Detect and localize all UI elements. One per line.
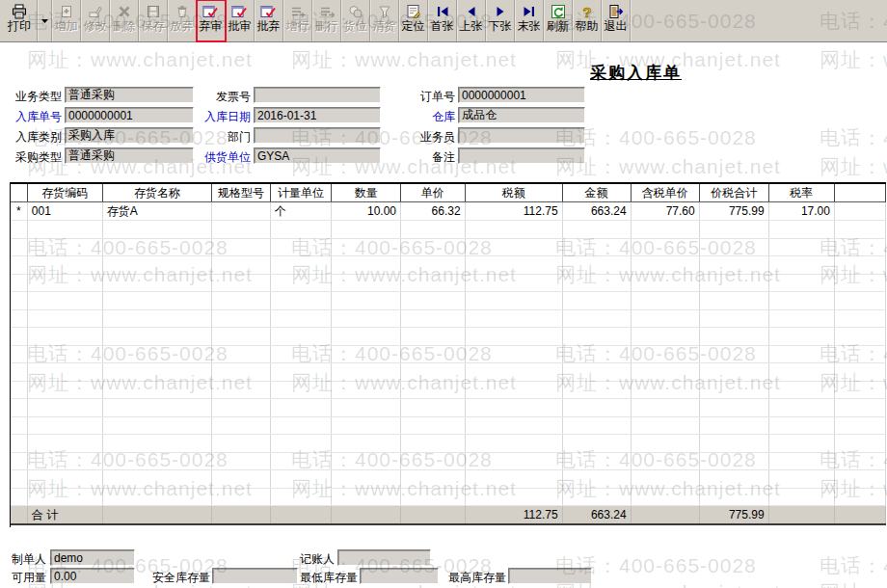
table-cell[interactable]: [834, 309, 885, 328]
table-cell[interactable]: [401, 363, 466, 382]
table-cell[interactable]: [562, 452, 631, 470]
table-empty-row[interactable]: [11, 345, 886, 363]
table-cell[interactable]: [27, 452, 102, 470]
table-cell[interactable]: 112.75: [465, 202, 562, 221]
table-empty-row[interactable]: [11, 452, 886, 470]
table-cell[interactable]: [212, 328, 271, 346]
table-cell[interactable]: [11, 256, 27, 275]
table-cell[interactable]: [562, 328, 631, 346]
table-cell[interactable]: [834, 399, 885, 417]
table-cell[interactable]: [212, 416, 271, 435]
available-qty-field[interactable]: [50, 568, 135, 584]
table-cell[interactable]: [834, 381, 885, 399]
table-empty-row[interactable]: [11, 256, 886, 275]
table-cell[interactable]: [27, 435, 102, 453]
table-cell[interactable]: [11, 488, 27, 506]
toolbar-print-dropdown-button[interactable]: [38, 0, 52, 41]
table-cell[interactable]: [27, 309, 102, 328]
table-cell[interactable]: [332, 328, 401, 346]
table-cell[interactable]: [332, 452, 401, 470]
table-cell[interactable]: [332, 345, 401, 363]
bookkeeper-field[interactable]: [337, 549, 431, 566]
table-cell[interactable]: [631, 292, 699, 310]
table-cell[interactable]: [465, 363, 562, 382]
table-cell[interactable]: [27, 328, 102, 346]
table-cell[interactable]: [834, 363, 885, 382]
table-cell[interactable]: [212, 399, 271, 417]
table-cell[interactable]: [768, 256, 834, 275]
table-cell[interactable]: [401, 435, 466, 453]
table-cell[interactable]: [212, 345, 271, 363]
table-cell[interactable]: [562, 435, 631, 453]
table-cell[interactable]: [699, 399, 768, 417]
table-cell[interactable]: [27, 274, 102, 292]
table-cell[interactable]: [465, 345, 562, 363]
table-cell[interactable]: [562, 399, 631, 417]
table-cell[interactable]: [834, 202, 885, 221]
table-empty-row[interactable]: [11, 435, 886, 453]
table-cell[interactable]: [212, 256, 271, 275]
table-cell[interactable]: 663.24: [562, 202, 631, 221]
table-cell[interactable]: [401, 274, 466, 292]
table-cell[interactable]: [631, 363, 699, 382]
table-cell[interactable]: [270, 399, 331, 417]
table-cell[interactable]: [102, 416, 211, 435]
table-cell[interactable]: 存货A: [102, 202, 211, 221]
table-cell[interactable]: [11, 435, 27, 453]
table-cell[interactable]: [631, 399, 699, 417]
table-empty-row[interactable]: [11, 381, 886, 399]
table-cell[interactable]: [562, 238, 631, 256]
toolbar-first-button[interactable]: 首张: [428, 0, 457, 41]
min-stock-field[interactable]: [360, 568, 439, 584]
table-cell[interactable]: [27, 256, 102, 275]
table-cell[interactable]: [631, 238, 699, 256]
table-cell[interactable]: [699, 488, 768, 506]
table-cell[interactable]: [465, 238, 562, 256]
table-cell[interactable]: [11, 274, 27, 292]
table-cell[interactable]: [212, 274, 271, 292]
table-cell[interactable]: [332, 470, 401, 489]
table-cell[interactable]: [332, 309, 401, 328]
table-cell[interactable]: [270, 274, 331, 292]
table-cell[interactable]: [465, 274, 562, 292]
table-cell[interactable]: [768, 309, 834, 328]
table-cell[interactable]: [631, 416, 699, 435]
table-cell[interactable]: [102, 274, 211, 292]
table-cell[interactable]: [562, 363, 631, 382]
table-cell[interactable]: 775.99: [699, 202, 768, 221]
table-cell[interactable]: [212, 238, 271, 256]
table-empty-row[interactable]: [11, 274, 886, 292]
order-no-field[interactable]: [458, 87, 585, 103]
toolbar-locate-button[interactable]: 定位: [399, 0, 428, 41]
table-cell[interactable]: [102, 238, 211, 256]
table-cell[interactable]: [27, 292, 102, 310]
table-cell[interactable]: [270, 238, 331, 256]
table-cell[interactable]: [465, 381, 562, 399]
table-empty-row[interactable]: [11, 309, 886, 328]
table-cell[interactable]: [631, 470, 699, 489]
table-cell[interactable]: [465, 221, 562, 239]
table-cell[interactable]: [465, 292, 562, 310]
table-cell[interactable]: [562, 292, 631, 310]
table-cell[interactable]: [631, 488, 699, 506]
table-cell[interactable]: [102, 221, 211, 239]
table-cell[interactable]: [11, 399, 27, 417]
table-cell[interactable]: [102, 435, 211, 453]
table-cell[interactable]: [768, 328, 834, 346]
table-cell[interactable]: [270, 345, 331, 363]
table-cell[interactable]: [834, 488, 885, 506]
table-cell[interactable]: [401, 399, 466, 417]
table-cell[interactable]: [834, 238, 885, 256]
table-cell[interactable]: [270, 470, 331, 489]
remark-field[interactable]: [458, 147, 585, 164]
table-cell[interactable]: [834, 452, 885, 470]
table-cell[interactable]: [27, 416, 102, 435]
table-cell[interactable]: [270, 435, 331, 453]
table-cell[interactable]: [562, 309, 631, 328]
table-cell[interactable]: [332, 399, 401, 417]
table-cell[interactable]: [102, 381, 211, 399]
table-cell[interactable]: [631, 309, 699, 328]
table-cell[interactable]: [332, 274, 401, 292]
table-cell[interactable]: [401, 488, 466, 506]
table-cell[interactable]: [102, 345, 211, 363]
